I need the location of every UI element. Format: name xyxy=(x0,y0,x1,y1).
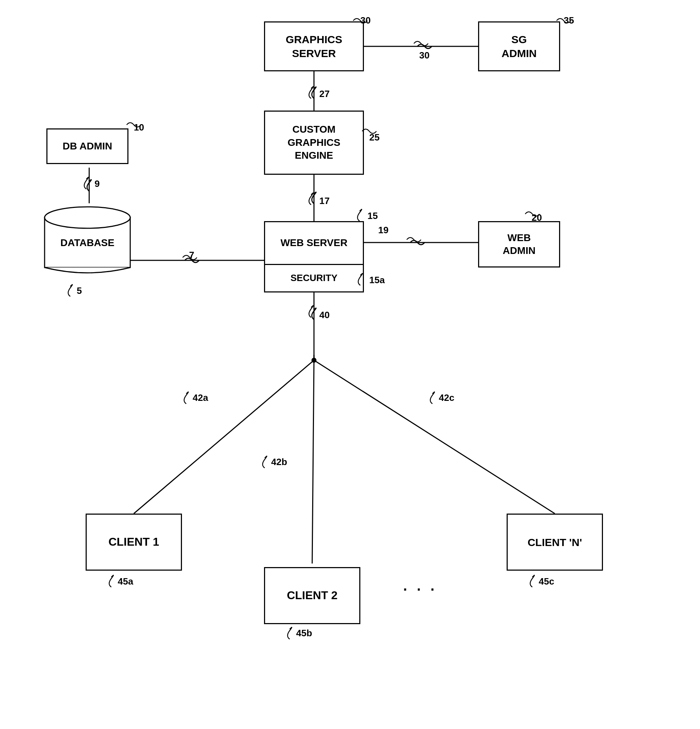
client1-box: CLIENT 1 xyxy=(86,514,182,571)
hub-dot xyxy=(311,358,316,363)
client1-label: CLIENT 1 xyxy=(108,534,159,550)
database-node: DATABASE xyxy=(41,203,134,282)
ref-42c: 42c xyxy=(439,392,454,404)
ref-9: 9 xyxy=(95,178,99,189)
svg-line-7 xyxy=(134,360,314,514)
ref-45b: 45b xyxy=(296,628,312,639)
custom-graphics-engine-label: CUSTOM GRAPHICS ENGINE xyxy=(288,123,341,162)
ref-17: 17 xyxy=(319,195,330,206)
ref-35: 35 xyxy=(564,15,574,26)
client-n-box: CLIENT 'N' xyxy=(506,514,603,571)
client-n-label: CLIENT 'N' xyxy=(528,535,582,549)
diagram: GRAPHICS SERVER 30 SG ADMIN 35 30 27 CUS… xyxy=(0,0,700,729)
svg-line-8 xyxy=(312,360,314,563)
graphics-server-box: GRAPHICS SERVER xyxy=(264,22,364,71)
security-label: SECURITY xyxy=(290,272,337,284)
ref-15a: 15a xyxy=(369,274,384,286)
client2-label: CLIENT 2 xyxy=(287,588,338,603)
ref-40: 40 xyxy=(319,309,330,321)
web-admin-label: WEB ADMIN xyxy=(503,231,536,257)
ref-45c: 45c xyxy=(539,576,554,587)
ref-32: 30 xyxy=(419,50,429,61)
svg-line-9 xyxy=(314,360,555,514)
database-cylinder-svg: DATABASE xyxy=(41,203,134,282)
graphics-server-label: GRAPHICS SERVER xyxy=(286,32,342,60)
ellipsis-dots: . . . xyxy=(403,578,437,594)
ref-19: 19 xyxy=(378,225,389,236)
svg-point-12 xyxy=(45,207,130,228)
ref-15: 15 xyxy=(367,211,378,221)
ref-45a: 45a xyxy=(118,576,133,587)
security-box: SECURITY xyxy=(264,264,364,292)
sg-admin-box: SG ADMIN xyxy=(478,22,560,71)
ref-7: 7 xyxy=(189,250,194,261)
web-admin-box: WEB ADMIN xyxy=(478,221,560,267)
svg-text:DATABASE: DATABASE xyxy=(60,237,114,248)
client2-box: CLIENT 2 xyxy=(264,567,360,624)
ref-25: 25 xyxy=(369,132,380,143)
ref-42b: 42b xyxy=(271,456,287,468)
ref-30: 30 xyxy=(360,15,371,26)
web-server-box: WEB SERVER xyxy=(264,221,364,264)
ref-27: 27 xyxy=(319,89,330,100)
ref-5: 5 xyxy=(77,285,82,296)
db-admin-box: DB ADMIN xyxy=(47,128,128,164)
custom-graphics-engine-box: CUSTOM GRAPHICS ENGINE xyxy=(264,110,364,175)
sg-admin-label: SG ADMIN xyxy=(502,32,537,60)
web-server-label: WEB SERVER xyxy=(281,237,348,249)
ref-10: 10 xyxy=(134,122,144,133)
ref-42a: 42a xyxy=(193,392,208,404)
db-admin-label: DB ADMIN xyxy=(63,140,112,152)
ref-20: 20 xyxy=(531,212,542,223)
